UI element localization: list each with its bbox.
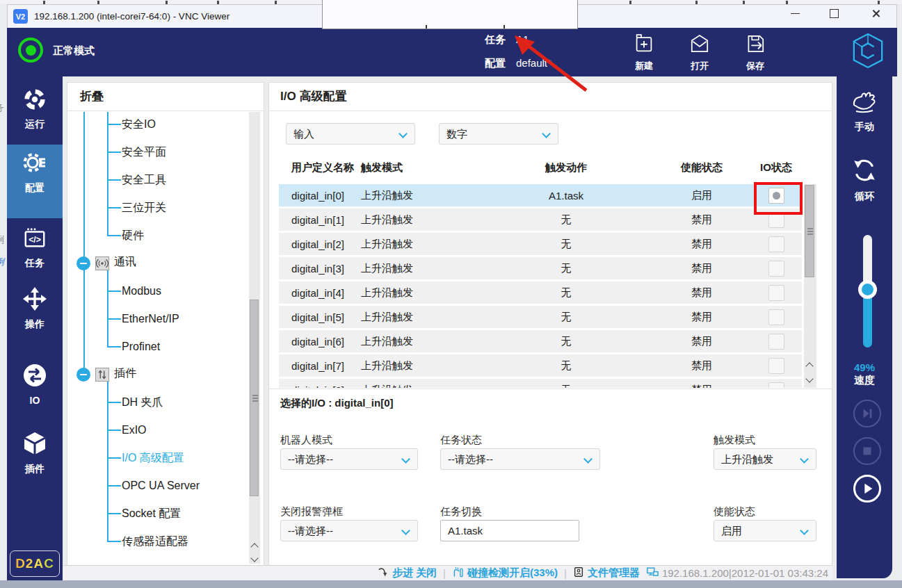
table-row[interactable]: digital_in[6] 上升沿触发 无 禁用 <box>279 330 802 352</box>
sidebar-item-task[interactable]: </> 任务 <box>7 227 63 270</box>
cell-name: digital_in[7] <box>279 360 361 372</box>
open-icon <box>688 33 711 58</box>
tree-item-socket-config[interactable]: Socket 配置 <box>67 500 241 528</box>
sidebar-item-label: 任务 <box>25 257 45 270</box>
table-row[interactable]: digital_in[4] 上升沿触发 无 禁用 <box>279 281 802 304</box>
loop-mode-button[interactable]: 循环 <box>837 157 892 203</box>
io-state-checkbox[interactable] <box>768 309 784 325</box>
sidebar-item-label: 配置 <box>25 182 45 195</box>
trigger-mode-select[interactable]: 上升沿触发 <box>714 448 816 470</box>
stop-button[interactable] <box>853 437 881 465</box>
maximize-button[interactable] <box>823 7 844 19</box>
vnc-connection-bar[interactable] <box>322 0 578 29</box>
task-switch-input[interactable]: A1.task <box>440 520 579 541</box>
close-alarm-select[interactable]: --请选择-- <box>280 520 418 541</box>
tree-item-safety-plane[interactable]: 安全平面 <box>67 138 241 166</box>
tree-item-hardware[interactable]: 硬件 <box>67 222 241 250</box>
tree-item-three-position-switch[interactable]: 三位开关 <box>67 194 241 222</box>
speed-label: 速度 <box>837 374 892 387</box>
new-button[interactable]: 新建 <box>622 33 666 72</box>
chevron-down-icon <box>398 129 408 138</box>
table-row[interactable]: digital_in[3] 上升沿触发 无 禁用 <box>279 257 802 279</box>
table-row[interactable]: digital_in[5] 上升沿触发 无 禁用 <box>279 306 802 328</box>
table-row[interactable]: digital_in[1] 上升沿触发 无 禁用 <box>279 209 802 231</box>
io-advanced-config-panel: I/O 高级配置 输入 数字 用户定义名称 触发模式 触发动作 使能状态 IO状… <box>268 82 832 566</box>
collapse-minus-icon[interactable] <box>76 368 90 382</box>
task-state-select[interactable]: --请选择-- <box>440 448 600 470</box>
open-button[interactable]: 打开 <box>678 33 721 72</box>
speed-slider-thumb[interactable] <box>858 280 877 299</box>
step-mode-status[interactable]: 步进 关闭 <box>378 566 437 580</box>
table-header: 用户定义名称 触发模式 触发动作 使能状态 IO状态 <box>279 155 802 180</box>
scroll-down-icon[interactable] <box>805 375 813 382</box>
table-row[interactable]: digital_in[8] 上升沿触发 无 禁用 <box>279 379 802 388</box>
table-scrollbar-thumb[interactable] <box>805 185 814 277</box>
sidebar-item-config[interactable]: 配置 <box>7 150 63 195</box>
tree-item-label: 三位开关 <box>122 201 166 215</box>
tree-item-opc-ua-server[interactable]: OPC UA Server <box>67 472 241 500</box>
tree-item-exio[interactable]: ExIO <box>67 416 241 444</box>
mode-indicator-dot <box>26 45 36 56</box>
config-tree-panel: 折叠 安全IO 安全平面 安全工具 三位开关 硬件 通讯 Modbus Ethe… <box>67 82 264 566</box>
broadcast-icon <box>95 256 109 270</box>
tree-node-plugins[interactable]: 插件 <box>67 361 241 389</box>
cell-name: digital_in[5] <box>279 311 361 323</box>
sidebar-item-run[interactable]: 运行 <box>7 88 63 131</box>
minimize-button[interactable] <box>784 7 805 19</box>
play-button[interactable] <box>853 475 881 503</box>
table-row[interactable]: digital_in[0] 上升沿触发 A1.task 启用 <box>279 184 802 206</box>
sidebar-item-operate[interactable]: 操作 <box>7 286 63 331</box>
io-state-checkbox[interactable] <box>768 261 784 277</box>
window-title: 192.168.1.200 (intel-corei7-64:0) - VNC … <box>34 11 229 22</box>
mode-label: 正常模式 <box>53 44 95 58</box>
file-manager-icon <box>573 566 584 580</box>
tree-scrollbar-thumb[interactable] <box>250 300 259 496</box>
io-state-checkbox[interactable] <box>768 334 784 350</box>
save-button[interactable]: 保存 <box>734 33 777 72</box>
table-row[interactable]: digital_in[7] 上升沿触发 无 禁用 <box>279 354 802 377</box>
cell-action: 无 <box>479 286 653 300</box>
trigger-mode-label: 触发模式 <box>714 434 755 447</box>
annotation-rectangle <box>754 182 803 215</box>
tree-item-io-advanced-config[interactable]: I/O 高级配置 <box>67 444 241 472</box>
save-button-label: 保存 <box>746 60 764 72</box>
tree-item-modbus[interactable]: Modbus <box>67 277 241 305</box>
network-monitor-icon <box>646 566 659 580</box>
robot-mode-value: --请选择-- <box>288 453 333 465</box>
sidebar-item-plugins[interactable]: 插件 <box>7 431 63 475</box>
tree-item-safety-tool[interactable]: 安全工具 <box>67 166 241 194</box>
skip-next-button[interactable] <box>853 400 881 427</box>
tree-item-dh-gripper[interactable]: DH 夹爪 <box>67 389 241 416</box>
tree-scrollbar[interactable] <box>249 112 260 564</box>
manual-mode-button[interactable]: 手动 <box>837 90 892 133</box>
scroll-up-icon[interactable] <box>805 362 813 370</box>
enable-state-label: 使能状态 <box>714 505 755 518</box>
collision-detection-status[interactable]: 碰撞检测开启(33%) <box>452 566 558 580</box>
io-state-checkbox[interactable] <box>768 358 784 374</box>
enable-state-select[interactable]: 启用 <box>714 520 816 541</box>
manual-mode-label: 手动 <box>855 121 874 133</box>
io-type-select[interactable]: 数字 <box>439 123 558 145</box>
scroll-up-icon[interactable] <box>250 543 258 550</box>
io-state-checkbox[interactable] <box>768 236 784 252</box>
io-state-checkbox[interactable] <box>768 382 784 389</box>
io-state-checkbox[interactable] <box>768 285 784 301</box>
table-scrollbar[interactable] <box>804 184 816 388</box>
collapse-all-button[interactable]: 折叠 <box>67 83 264 111</box>
sidebar-item-io[interactable]: IO <box>7 363 63 406</box>
file-manager-button[interactable]: 文件管理器 <box>573 566 640 580</box>
tree-node-communication[interactable]: 通讯 <box>67 250 241 277</box>
close-button[interactable] <box>865 7 886 19</box>
task-switch-label: 任务切换 <box>440 505 482 518</box>
tree-item-safety-io[interactable]: 安全IO <box>67 111 241 138</box>
tree-item-sensor-adapter[interactable]: 传感器适配器 <box>67 528 241 555</box>
scroll-down-icon[interactable] <box>250 554 258 562</box>
cell-name: digital_in[3] <box>279 263 361 275</box>
tree-item-profinet[interactable]: Profinet <box>67 333 241 361</box>
table-row[interactable]: digital_in[2] 上升沿触发 无 禁用 <box>279 233 802 255</box>
robot-mode-select[interactable]: --请选择-- <box>280 448 418 470</box>
step-arrow-icon <box>378 566 389 580</box>
io-direction-select[interactable]: 输入 <box>286 123 415 145</box>
tree-item-ethernet-ip[interactable]: EtherNet/IP <box>67 305 241 333</box>
collapse-minus-icon[interactable] <box>76 256 90 270</box>
